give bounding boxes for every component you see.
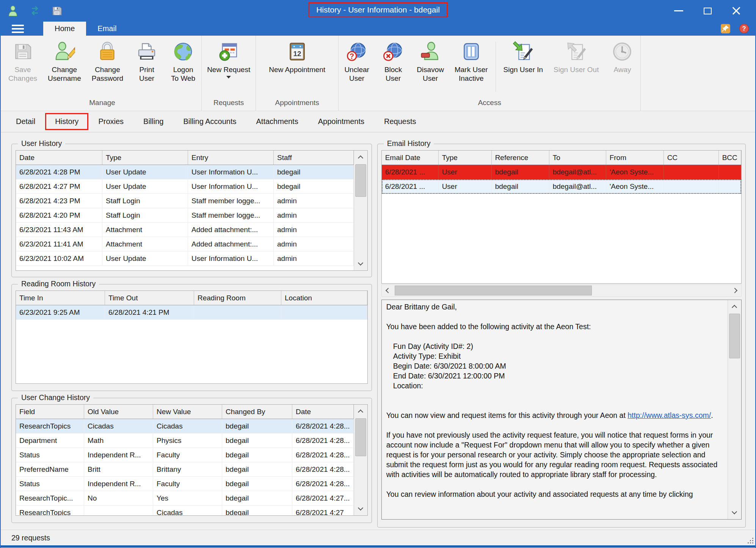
scrollbar-horizontal[interactable] <box>381 284 742 297</box>
save-icon[interactable] <box>51 5 63 17</box>
table-cell: admin <box>274 251 354 265</box>
new-request-button[interactable]: New Request <box>202 39 256 80</box>
tab-attachments[interactable]: Attachments <box>246 113 308 130</box>
mark-user-inactive-button[interactable]: Mark UserInactive <box>449 39 493 84</box>
column-header[interactable]: Entry <box>188 151 274 165</box>
tab-requests[interactable]: Requests <box>374 113 426 130</box>
tab-billing[interactable]: Billing <box>133 113 173 130</box>
table-row[interactable]: 6/23/2021 11:43 AMAttachmentAdded attach… <box>16 223 354 237</box>
block-user-button[interactable]: BlockUser <box>375 39 411 84</box>
print-user-button[interactable]: PrintUser <box>129 39 165 84</box>
column-header[interactable]: Old Value <box>84 405 153 419</box>
column-header[interactable]: Type <box>439 151 492 165</box>
table-cell: bdegail <box>222 433 292 448</box>
table-row[interactable]: 6/28/2021 4:23 PMStaff LoginStaff member… <box>16 194 354 208</box>
scroll-thumb[interactable] <box>355 418 366 456</box>
tab-appointments[interactable]: Appointments <box>308 113 374 130</box>
change-password-button[interactable]: ChangePassword <box>86 39 129 84</box>
table-row[interactable]: 6/28/2021 ...Userbdegailbdegail@atl...'A… <box>382 179 741 194</box>
table-row[interactable]: StatusIndependent R...Facultybdegail6/28… <box>16 477 354 491</box>
tab-detail[interactable]: Detail <box>6 113 45 130</box>
scroll-up-button[interactable] <box>354 405 367 418</box>
scrollbar-vertical[interactable] <box>354 405 367 515</box>
column-header[interactable]: Location <box>281 291 367 305</box>
away-button[interactable]: Away <box>604 39 640 75</box>
column-header[interactable]: Staff <box>274 151 354 165</box>
disavow-user-button[interactable]: DisavowUser <box>411 39 449 84</box>
table-row[interactable]: 6/23/2021 9:25 AM6/28/2021 4:21 PM <box>16 305 367 320</box>
scroll-down-button[interactable] <box>354 502 367 515</box>
scrollbar-vertical[interactable] <box>354 151 367 270</box>
scroll-thumb[interactable] <box>395 286 592 295</box>
logon-to-web-button[interactable]: LogonTo Web <box>165 39 201 84</box>
email-body: Dear Brittany de Gail,You have been adde… <box>382 300 728 519</box>
tab-email[interactable]: Email <box>86 22 128 36</box>
close-button[interactable] <box>722 0 751 22</box>
scroll-down-button[interactable] <box>354 258 367 270</box>
group-label-manage: Manage <box>3 97 201 111</box>
table-cell: User Information U... <box>188 179 274 193</box>
user-icon[interactable] <box>7 5 19 17</box>
column-header[interactable]: New Value <box>153 405 222 419</box>
scroll-up-button[interactable] <box>728 300 741 313</box>
table-row[interactable]: DepartmentMathPhysicsbdegail6/28/2021 4:… <box>16 433 354 448</box>
column-header[interactable]: Time Out <box>105 291 194 305</box>
table-cell: Added attachment:... <box>188 223 274 237</box>
column-header[interactable]: BCC <box>719 151 741 165</box>
table-row[interactable]: 6/28/2021 ...Userbdegailbdegail@atl...'A… <box>382 165 741 179</box>
resize-grip-icon[interactable] <box>748 538 753 543</box>
column-header[interactable]: Changed By <box>222 405 292 419</box>
column-header[interactable]: To <box>549 151 606 165</box>
column-header[interactable]: From <box>606 151 664 165</box>
title-annotation-box: History - User Information - bdegail <box>308 2 448 17</box>
table-row[interactable]: 6/23/2021 10:02 AMUser UpdateUser Inform… <box>16 251 354 266</box>
tab-proxies[interactable]: Proxies <box>88 113 133 130</box>
column-header[interactable]: Field <box>16 405 84 419</box>
table-row[interactable]: 6/23/2021 11:41 AMAttachmentAdded attach… <box>16 237 354 251</box>
table-row[interactable]: ResearchTopic...NoYesbdegail6/28/2021 4:… <box>16 491 354 506</box>
help-icon[interactable]: ? <box>739 24 749 34</box>
column-header[interactable]: Reading Room <box>194 291 281 305</box>
tab-home[interactable]: Home <box>43 22 86 36</box>
scroll-up-button[interactable] <box>354 151 367 163</box>
table-row[interactable]: 6/28/2021 4:27 PMUser UpdateUser Informa… <box>16 179 354 194</box>
scroll-down-button[interactable] <box>728 506 741 519</box>
column-header[interactable]: Date <box>16 151 102 165</box>
sign-user-out-button[interactable]: Sign User Out <box>548 39 604 75</box>
unclear-user-button[interactable]: ? UnclearUser <box>339 39 375 84</box>
table-row[interactable]: StatusIndependent R...Facultybdegail6/28… <box>16 448 354 462</box>
table-row[interactable]: 6/28/2021 4:28 PMUser UpdateUser Informa… <box>16 165 354 179</box>
sign-user-in-button[interactable]: Sign User In <box>498 39 549 75</box>
save-changes-button[interactable]: SaveChanges <box>3 39 42 84</box>
reading-room-history-grid: Time InTime OutReading RoomLocation6/23/… <box>16 291 367 383</box>
pin-icon[interactable] <box>720 24 731 34</box>
maximize-icon <box>704 8 712 14</box>
switch-user-icon[interactable] <box>29 5 41 17</box>
table-cell: 6/28/2021 4:27... <box>292 491 354 505</box>
table-row[interactable]: 6/28/2021 4:20 PMStaff LoginStaff member… <box>16 208 354 223</box>
scroll-left-button[interactable] <box>382 285 395 296</box>
maximize-button[interactable] <box>693 0 722 22</box>
quick-access-toolbar <box>1 5 63 17</box>
table-row[interactable]: PreferredNameBrittBrittanybdegail6/28/20… <box>16 462 354 477</box>
atlas-sys-link[interactable]: http://www.atlas-sys.com/ <box>627 411 711 419</box>
tab-history[interactable]: History <box>45 113 88 130</box>
minimize-button[interactable] <box>664 0 693 22</box>
new-appointment-button[interactable]: 12 New Appointment <box>256 39 338 75</box>
table-cell: 'Aeon Syste... <box>606 165 664 179</box>
table-row[interactable]: ResearchTopicsCicadasCicadasbdegail6/28/… <box>16 419 354 433</box>
scroll-thumb[interactable] <box>729 314 740 358</box>
column-header[interactable]: Time In <box>16 291 105 305</box>
change-username-button[interactable]: ChangeUsername <box>42 39 86 84</box>
scroll-thumb[interactable] <box>355 164 366 197</box>
column-header[interactable]: Email Date <box>382 151 439 165</box>
scrollbar-vertical[interactable] <box>728 300 741 519</box>
column-header[interactable]: Reference <box>492 151 549 165</box>
table-row[interactable]: ResearchTopicsCicadasbdegail6/28/2021 4:… <box>16 506 354 515</box>
hamburger-menu-icon[interactable] <box>1 22 35 36</box>
scroll-right-button[interactable] <box>728 285 741 296</box>
column-header[interactable]: Type <box>102 151 188 165</box>
column-header[interactable]: Date <box>292 405 354 419</box>
column-header[interactable]: CC <box>664 151 719 165</box>
tab-billing-accounts[interactable]: Billing Accounts <box>173 113 246 130</box>
